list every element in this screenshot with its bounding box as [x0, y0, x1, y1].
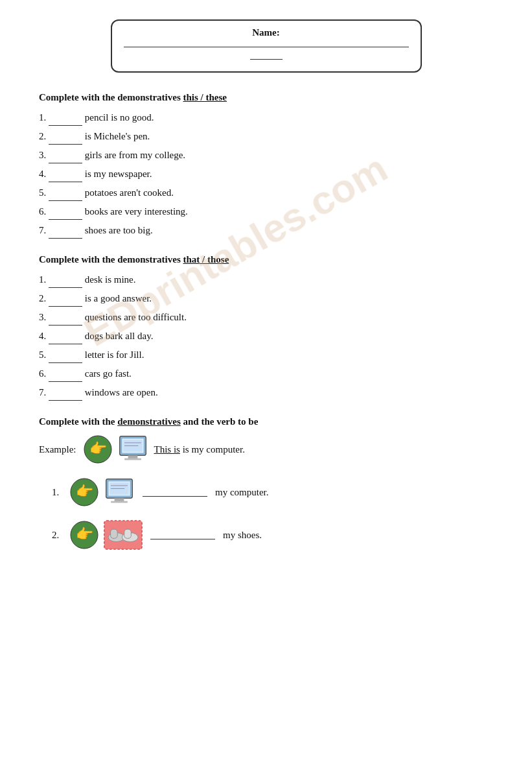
item-blank[interactable]	[49, 222, 82, 239]
item-blank[interactable]	[49, 110, 82, 126]
item-text: questions are too difficult.	[85, 312, 187, 322]
section2-title: Complete with the demonstratives that / …	[39, 254, 493, 265]
item-num: 7.	[39, 225, 46, 235]
section1-title: Complete with the demonstratives this / …	[39, 92, 493, 103]
example-label: Example:	[39, 444, 76, 455]
list-item: 7. windows are open.	[39, 385, 493, 401]
list-item: 7. shoes are too big.	[39, 222, 493, 239]
item-text: is a good answer.	[85, 293, 152, 303]
item-blank[interactable]	[49, 272, 82, 288]
list-item: 3. girls are from my college.	[39, 147, 493, 163]
item2-text: my shoes.	[223, 530, 262, 541]
item-blank[interactable]	[49, 147, 82, 163]
section3-title-underline2: to be	[238, 416, 258, 427]
svg-text:👉: 👉	[76, 525, 94, 543]
name-short-line	[250, 54, 283, 60]
name-line	[124, 42, 409, 47]
svg-text:👉: 👉	[89, 440, 108, 457]
svg-rect-13	[115, 498, 124, 501]
item-text: books are very interesting.	[85, 206, 188, 217]
item-num: 6.	[39, 206, 46, 217]
example-text: This is is my computer.	[154, 444, 244, 455]
item1-text: my computer.	[215, 487, 269, 498]
shoes-icon-2	[104, 519, 143, 551]
item-blank[interactable]	[49, 309, 82, 326]
svg-rect-5	[125, 458, 142, 460]
item-blank[interactable]	[49, 328, 82, 344]
item-text: cars go fast.	[85, 368, 132, 379]
item-blank[interactable]	[49, 366, 82, 382]
item-text: desk is mine.	[85, 274, 136, 285]
item-num: 3.	[39, 150, 46, 160]
item-text: shoes are too big.	[85, 225, 153, 235]
list-item: 2. is a good answer.	[39, 290, 493, 307]
item-text: dogs bark all day.	[85, 331, 154, 341]
item-num: 7.	[39, 387, 46, 397]
section3-item-2: 2. 👉 my shoes.	[39, 519, 493, 551]
svg-rect-4	[128, 455, 138, 458]
item-blank[interactable]	[49, 185, 82, 201]
item2-num: 2.	[52, 530, 65, 541]
item-text: letter is for Jill.	[85, 349, 145, 360]
section3-title-underline: demonstratives	[117, 416, 181, 427]
section3-title-end: and the verb	[181, 416, 238, 427]
svg-text:👉: 👉	[76, 482, 94, 500]
item-num: 3.	[39, 312, 46, 322]
computer-icon-example	[117, 434, 148, 465]
item-blank[interactable]	[49, 204, 82, 220]
section1: Complete with the demonstratives this / …	[39, 92, 493, 239]
name-box: Name:	[111, 19, 422, 73]
item-text: pencil is no good.	[85, 112, 154, 123]
section1-title-plain: Complete with the demonstratives	[39, 92, 183, 102]
item-text: potatoes aren't cooked.	[85, 187, 174, 198]
item-num: 1.	[39, 112, 46, 123]
svg-rect-14	[111, 501, 128, 503]
computer-icon-1	[104, 477, 135, 508]
list-item: 1. desk is mine.	[39, 272, 493, 288]
hand-pointing-icon-example: 👉	[84, 435, 112, 464]
section2-title-underline: that / those	[183, 254, 229, 265]
item-blank[interactable]	[49, 385, 82, 401]
section3-item-1: 1. 👉 my computer.	[39, 477, 493, 508]
section3: Complete with the demonstratives and the…	[39, 416, 493, 551]
example-rest: is my computer.	[180, 444, 245, 455]
section1-title-underline: this / these	[183, 92, 227, 102]
list-item: 6. cars go fast.	[39, 366, 493, 382]
item-blank[interactable]	[49, 166, 82, 182]
hand-pointing-icon-2: 👉	[70, 521, 98, 549]
section3-title-plain: Complete with the	[39, 416, 117, 427]
item-text: girls are from my college.	[85, 150, 185, 160]
hand-pointing-icon-1: 👉	[70, 478, 98, 506]
item1-blank[interactable]	[143, 488, 207, 497]
item-num: 4.	[39, 331, 46, 341]
section1-list: 1. pencil is no good.2. is Michele's pen…	[39, 110, 493, 239]
item-num: 4.	[39, 169, 46, 179]
item1-num: 1.	[52, 487, 65, 498]
item-num: 2.	[39, 131, 46, 141]
item-blank[interactable]	[49, 347, 82, 363]
item-num: 1.	[39, 274, 46, 285]
list-item: 5. potatoes aren't cooked.	[39, 185, 493, 201]
list-item: 4. dogs bark all day.	[39, 328, 493, 344]
example-this: This is	[154, 444, 179, 455]
item-blank[interactable]	[49, 290, 82, 307]
item-num: 2.	[39, 293, 46, 303]
list-item: 4. is my newspaper.	[39, 166, 493, 182]
list-item: 3. questions are too difficult.	[39, 309, 493, 326]
list-item: 1. pencil is no good.	[39, 110, 493, 126]
item-text: is my newspaper.	[85, 169, 152, 179]
list-item: 6. books are very interesting.	[39, 204, 493, 220]
item2-blank[interactable]	[150, 530, 215, 539]
item-num: 6.	[39, 368, 46, 379]
item-blank[interactable]	[49, 128, 82, 145]
name-label: Name:	[124, 27, 409, 38]
svg-rect-24	[124, 529, 132, 538]
item-text: windows are open.	[85, 387, 158, 397]
item-num: 5.	[39, 349, 46, 360]
example-row: Example: 👉 This is is my computer.	[39, 434, 493, 465]
section2: Complete with the demonstratives that / …	[39, 254, 493, 401]
list-item: 5. letter is for Jill.	[39, 347, 493, 363]
svg-rect-22	[111, 529, 118, 538]
section3-title: Complete with the demonstratives and the…	[39, 416, 493, 427]
item-text: is Michele's pen.	[85, 131, 150, 141]
